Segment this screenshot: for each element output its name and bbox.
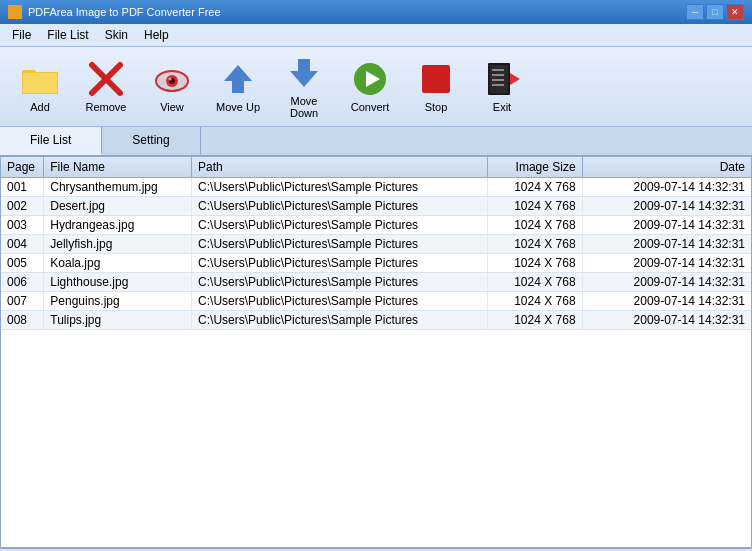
td-imagesize: 1024 X 768 (487, 292, 582, 311)
table-row[interactable]: 004Jellyfish.jpgC:\Users\Public\Pictures… (1, 235, 751, 254)
svg-rect-19 (492, 74, 504, 76)
td-filename: Jellyfish.jpg (44, 235, 192, 254)
td-date: 2009-07-14 14:32:31 (582, 311, 751, 330)
convert-button[interactable]: Convert (338, 52, 402, 122)
td-filename: Lighthouse.jpg (44, 273, 192, 292)
col-filename: File Name (44, 157, 192, 178)
stop-icon (418, 61, 454, 97)
move-down-label: Move Down (281, 95, 327, 119)
td-date: 2009-07-14 14:32:31 (582, 273, 751, 292)
col-path: Path (192, 157, 488, 178)
td-path: C:\Users\Public\Pictures\Sample Pictures (192, 273, 488, 292)
td-imagesize: 1024 X 768 (487, 178, 582, 197)
toolbar: Add Remove View (0, 47, 752, 127)
svg-rect-2 (23, 73, 57, 93)
file-list-container: Page File Name Path Image Size Date 001C… (0, 156, 752, 548)
td-page: 005 (1, 254, 44, 273)
td-date: 2009-07-14 14:32:31 (582, 235, 751, 254)
remove-label: Remove (86, 101, 127, 113)
close-button[interactable]: ✕ (726, 4, 744, 20)
table-row[interactable]: 003Hydrangeas.jpgC:\Users\Public\Picture… (1, 216, 751, 235)
svg-point-9 (169, 77, 172, 80)
move-down-button[interactable]: Move Down (272, 52, 336, 122)
move-up-label: Move Up (216, 101, 260, 113)
td-path: C:\Users\Public\Pictures\Sample Pictures (192, 292, 488, 311)
col-imagesize: Image Size (487, 157, 582, 178)
td-date: 2009-07-14 14:32:31 (582, 178, 751, 197)
menu-help[interactable]: Help (136, 26, 177, 44)
td-page: 007 (1, 292, 44, 311)
menu-file-list[interactable]: File List (39, 26, 96, 44)
table-row[interactable]: 002Desert.jpgC:\Users\Public\Pictures\Sa… (1, 197, 751, 216)
td-imagesize: 1024 X 768 (487, 311, 582, 330)
file-table: Page File Name Path Image Size Date 001C… (1, 157, 751, 330)
maximize-button[interactable]: □ (706, 4, 724, 20)
svg-rect-18 (492, 69, 504, 71)
app-icon (8, 5, 22, 19)
td-date: 2009-07-14 14:32:31 (582, 292, 751, 311)
view-label: View (160, 101, 184, 113)
menu-skin[interactable]: Skin (97, 26, 136, 44)
folder-icon (22, 61, 58, 97)
convert-label: Convert (351, 101, 390, 113)
table-wrapper[interactable]: Page File Name Path Image Size Date 001C… (1, 157, 751, 497)
td-page: 001 (1, 178, 44, 197)
table-row[interactable]: 008Tulips.jpgC:\Users\Public\Pictures\Sa… (1, 311, 751, 330)
td-imagesize: 1024 X 768 (487, 273, 582, 292)
tabs-bar: File List Setting (0, 127, 752, 156)
col-page: Page (1, 157, 44, 178)
td-imagesize: 1024 X 768 (487, 235, 582, 254)
menu-file[interactable]: File (4, 26, 39, 44)
td-page: 006 (1, 273, 44, 292)
convert-icon (352, 61, 388, 97)
add-label: Add (30, 101, 50, 113)
td-filename: Hydrangeas.jpg (44, 216, 192, 235)
tab-setting[interactable]: Setting (102, 127, 200, 155)
td-imagesize: 1024 X 768 (487, 254, 582, 273)
table-header-row: Page File Name Path Image Size Date (1, 157, 751, 178)
svg-marker-17 (510, 73, 520, 85)
window-title: PDFArea Image to PDF Converter Free (28, 6, 221, 18)
svg-rect-20 (492, 79, 504, 81)
title-bar: PDFArea Image to PDF Converter Free ─ □ … (0, 0, 752, 24)
td-date: 2009-07-14 14:32:31 (582, 197, 751, 216)
td-path: C:\Users\Public\Pictures\Sample Pictures (192, 216, 488, 235)
add-button[interactable]: Add (8, 52, 72, 122)
svg-marker-11 (290, 59, 318, 87)
view-icon (154, 61, 190, 97)
table-row[interactable]: 001Chrysanthemum.jpgC:\Users\Public\Pict… (1, 178, 751, 197)
menu-bar: File File List Skin Help (0, 24, 752, 47)
table-row[interactable]: 005Koala.jpgC:\Users\Public\Pictures\Sam… (1, 254, 751, 273)
td-path: C:\Users\Public\Pictures\Sample Pictures (192, 197, 488, 216)
tab-file-list[interactable]: File List (0, 127, 102, 155)
td-filename: Tulips.jpg (44, 311, 192, 330)
svg-marker-10 (224, 65, 252, 93)
td-path: C:\Users\Public\Pictures\Sample Pictures (192, 178, 488, 197)
td-path: C:\Users\Public\Pictures\Sample Pictures (192, 235, 488, 254)
td-date: 2009-07-14 14:32:31 (582, 254, 751, 273)
td-page: 003 (1, 216, 44, 235)
remove-button[interactable]: Remove (74, 52, 138, 122)
td-filename: Koala.jpg (44, 254, 192, 273)
stop-button[interactable]: Stop (404, 52, 468, 122)
td-date: 2009-07-14 14:32:31 (582, 216, 751, 235)
stop-label: Stop (425, 101, 448, 113)
td-page: 002 (1, 197, 44, 216)
td-imagesize: 1024 X 768 (487, 216, 582, 235)
table-row[interactable]: 007Penguins.jpgC:\Users\Public\Pictures\… (1, 292, 751, 311)
col-date: Date (582, 157, 751, 178)
exit-button[interactable]: Exit (470, 52, 534, 122)
main-area: File List Setting Page File Name Path Im… (0, 127, 752, 548)
move-up-button[interactable]: Move Up (206, 52, 270, 122)
view-button[interactable]: View (140, 52, 204, 122)
svg-rect-14 (422, 65, 450, 93)
minimize-button[interactable]: ─ (686, 4, 704, 20)
td-imagesize: 1024 X 768 (487, 197, 582, 216)
td-path: C:\Users\Public\Pictures\Sample Pictures (192, 254, 488, 273)
svg-rect-21 (492, 84, 504, 86)
remove-icon (88, 61, 124, 97)
table-row[interactable]: 006Lighthouse.jpgC:\Users\Public\Picture… (1, 273, 751, 292)
td-page: 008 (1, 311, 44, 330)
table-body: 001Chrysanthemum.jpgC:\Users\Public\Pict… (1, 178, 751, 330)
td-filename: Desert.jpg (44, 197, 192, 216)
